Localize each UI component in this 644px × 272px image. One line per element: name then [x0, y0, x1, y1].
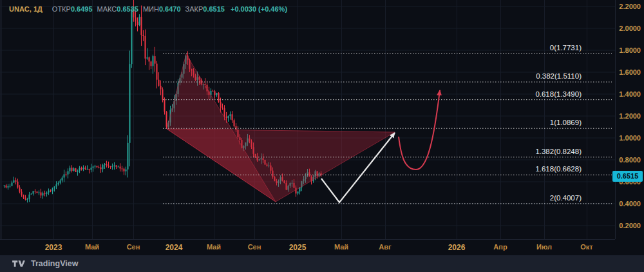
time-axis-month-label: Окт — [580, 243, 592, 251]
price-axis-label: 1.8000 — [619, 46, 641, 54]
price-axis-label: 0.2000 — [619, 222, 641, 229]
time-axis-month-label: Май — [334, 243, 348, 251]
price-axis-label: 0.4000 — [619, 200, 641, 208]
time-axis-year-label: 2026 — [448, 243, 466, 252]
pattern-triangle[interactable] — [167, 129, 395, 202]
time-axis-month-label: Сен — [248, 243, 261, 251]
change-value: +0.0030 (+0.46%) — [231, 5, 287, 13]
open-value: 0.6495 — [71, 5, 93, 13]
time-axis-year-label: 2023 — [45, 243, 62, 252]
tradingview-chart-window: 0(1.7731)0.382(1.5110)0.618(1.3490)1(1.0… — [0, 0, 644, 272]
high-value: 0.6535 — [117, 5, 138, 13]
price-axis-label: 1.0000 — [619, 134, 641, 142]
grid-lines — [0, 0, 615, 239]
time-axis-month-label: Май — [85, 243, 99, 251]
fib-level-label: 0.382(1.5110) — [536, 72, 582, 80]
footer-bar: TradingView — [0, 255, 644, 272]
price-axis-label: 1.2000 — [619, 112, 641, 120]
red-curve-arrow[interactable] — [399, 90, 440, 170]
fib-level-label: 2(0.4007) — [550, 194, 582, 202]
price-axis[interactable]: 2.20002.00001.80001.60001.40001.20001.00… — [615, 0, 644, 239]
last-price-tag: 0.6515 — [612, 171, 643, 182]
fib-level-label: 1.382(0.8248) — [535, 148, 582, 155]
open-label: ОТКР — [52, 5, 71, 13]
low-label: МИН — [143, 5, 159, 13]
tradingview-brand-text[interactable]: TradingView — [31, 259, 78, 268]
price-axis-label: 2.2000 — [619, 3, 641, 10]
high-label: МАКС — [97, 5, 117, 13]
close-label: ЗАКР — [185, 5, 204, 13]
price-axis-label: 1.4000 — [619, 90, 641, 98]
time-axis-year-label: 2025 — [289, 243, 307, 252]
fib-level-label: 1.618(0.6628) — [535, 165, 582, 173]
close-value: 0.6515 — [203, 5, 225, 13]
time-axis-month-label: Апр — [493, 243, 507, 251]
fib-level-label: 0.618(1.3490) — [535, 90, 582, 98]
price-axis-label: 2.0000 — [619, 24, 641, 32]
time-axis-month-label: Авг — [379, 243, 391, 251]
time-axis-month-label: Май — [207, 243, 221, 251]
symbol-title[interactable]: UNAC, 1Д — [9, 5, 43, 13]
chart-canvas[interactable] — [0, 0, 615, 239]
price-axis-label: 0.8000 — [619, 156, 641, 164]
time-axis-month-label: Июл — [536, 243, 552, 251]
tradingview-logo-icon[interactable] — [12, 259, 26, 268]
time-axis-year-label: 2024 — [166, 243, 183, 252]
fib-level-label: 1(1.0869) — [550, 119, 582, 126]
time-axis[interactable]: 2023МайСен2024МайСен2025МайАвг2026АпрИюл… — [0, 239, 615, 255]
low-value: 0.6470 — [159, 5, 181, 13]
price-axis-label: 1.6000 — [619, 68, 641, 76]
symbol-info-bar: UNAC, 1ДОТКР0.6495МАКС0.6535МИН0.6470ЗАК… — [9, 5, 287, 14]
time-axis-month-label: Сен — [127, 243, 140, 251]
fib-level-label: 0(1.7731) — [550, 44, 582, 52]
chart-pane[interactable]: 0(1.7731)0.382(1.5110)0.618(1.3490)1(1.0… — [0, 0, 615, 239]
